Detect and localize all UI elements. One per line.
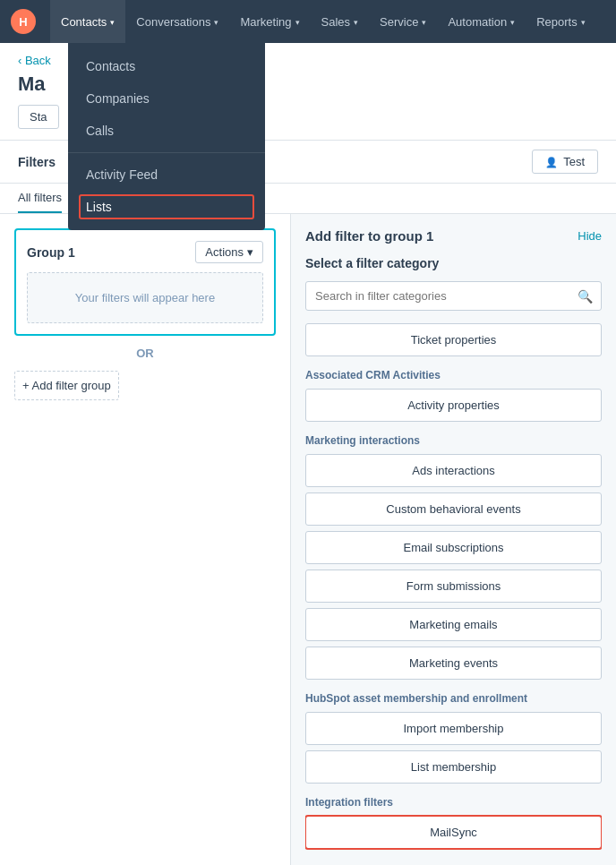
dropdown-companies[interactable]: Companies bbox=[68, 82, 265, 115]
group-card: Group 1 Actions ▾ Your filters will appe… bbox=[14, 228, 276, 336]
test-button[interactable]: Test bbox=[532, 150, 598, 174]
dropdown-lists[interactable]: Lists bbox=[68, 191, 265, 223]
dropdown-calls[interactable]: Calls bbox=[68, 115, 265, 147]
hubspot-logo[interactable]: H bbox=[11, 9, 36, 34]
email-subscriptions-button[interactable]: Email subscriptions bbox=[305, 531, 602, 564]
marketing-emails-button[interactable]: Marketing emails bbox=[305, 608, 602, 641]
search-input[interactable] bbox=[305, 281, 602, 311]
chevron-down-icon: ▾ bbox=[581, 18, 586, 27]
dropdown-divider bbox=[68, 152, 265, 153]
nav-service[interactable]: Service ▾ bbox=[369, 0, 437, 43]
filters-title: Filters bbox=[18, 155, 56, 169]
add-filter-group-button[interactable]: + Add filter group bbox=[14, 371, 119, 400]
chevron-down-icon: ▾ bbox=[422, 18, 426, 27]
select-category-title: Select a filter category bbox=[305, 256, 602, 270]
group-header: Group 1 Actions ▾ bbox=[27, 241, 263, 263]
hide-link[interactable]: Hide bbox=[578, 229, 602, 243]
main-layout: Group 1 Actions ▾ Your filters will appe… bbox=[0, 214, 616, 865]
nav-conversations[interactable]: Conversations ▾ bbox=[125, 0, 229, 43]
search-box: 🔍 bbox=[305, 281, 602, 311]
chevron-down-icon: ▾ bbox=[510, 18, 515, 27]
actions-button[interactable]: Actions ▾ bbox=[195, 241, 263, 263]
import-membership-button[interactable]: Import membership bbox=[305, 712, 602, 745]
filter-placeholder: Your filters will appear here bbox=[27, 272, 263, 323]
section-label-integration: Integration filters bbox=[305, 796, 602, 809]
or-divider: OR bbox=[14, 347, 276, 360]
chevron-down-icon: ▾ bbox=[295, 18, 300, 27]
person-icon bbox=[545, 155, 558, 168]
nav-items: Contacts ▾ Conversations ▾ Marketing ▾ S… bbox=[50, 0, 596, 43]
contacts-dropdown: Contacts Companies Calls Activity Feed L… bbox=[68, 43, 265, 230]
ads-interactions-button[interactable]: Ads interactions bbox=[305, 454, 602, 487]
section-label-marketing: Marketing interactions bbox=[305, 434, 602, 447]
filter-categories-scroll: Ticket properties Associated CRM Activit… bbox=[305, 323, 602, 854]
form-submissions-button[interactable]: Form submissions bbox=[305, 570, 602, 603]
chevron-down-icon: ▾ bbox=[247, 245, 253, 259]
nav-automation[interactable]: Automation ▾ bbox=[437, 0, 526, 43]
start-button[interactable]: Sta bbox=[18, 105, 59, 129]
activity-properties-button[interactable]: Activity properties bbox=[305, 389, 602, 422]
nav-sales[interactable]: Sales ▾ bbox=[311, 0, 370, 43]
nav-reports[interactable]: Reports ▾ bbox=[526, 0, 596, 43]
tab-all-filters[interactable]: All filters bbox=[18, 184, 62, 213]
add-filter-title: Add filter to group 1 bbox=[305, 228, 433, 244]
top-navigation: H Contacts ▾ Conversations ▾ Marketing ▾… bbox=[0, 0, 616, 43]
dropdown-activity-feed[interactable]: Activity Feed bbox=[68, 158, 265, 191]
nav-contacts[interactable]: Contacts ▾ bbox=[50, 0, 125, 43]
custom-behavioral-events-button[interactable]: Custom behavioral events bbox=[305, 492, 602, 526]
ticket-properties-button[interactable]: Ticket properties bbox=[305, 323, 602, 356]
chevron-down-icon: ▾ bbox=[110, 18, 115, 27]
search-icon: 🔍 bbox=[578, 289, 593, 304]
chevron-down-icon: ▾ bbox=[214, 18, 218, 27]
section-label-hubspot-asset: HubSpot asset membership and enrollment bbox=[305, 692, 602, 705]
right-panel-header: Add filter to group 1 Hide bbox=[305, 228, 602, 244]
section-label-crm: Associated CRM Activities bbox=[305, 369, 602, 381]
chevron-down-icon: ▾ bbox=[354, 18, 358, 27]
nav-marketing[interactable]: Marketing ▾ bbox=[229, 0, 310, 43]
mailsync-button[interactable]: MailSync bbox=[305, 816, 602, 849]
left-panel: Group 1 Actions ▾ Your filters will appe… bbox=[0, 214, 291, 865]
group-title: Group 1 bbox=[27, 245, 75, 260]
dropdown-contacts[interactable]: Contacts bbox=[68, 50, 265, 82]
right-panel: Add filter to group 1 Hide Select a filt… bbox=[291, 214, 616, 865]
marketing-events-button[interactable]: Marketing events bbox=[305, 647, 602, 680]
list-membership-button[interactable]: List membership bbox=[305, 750, 602, 784]
